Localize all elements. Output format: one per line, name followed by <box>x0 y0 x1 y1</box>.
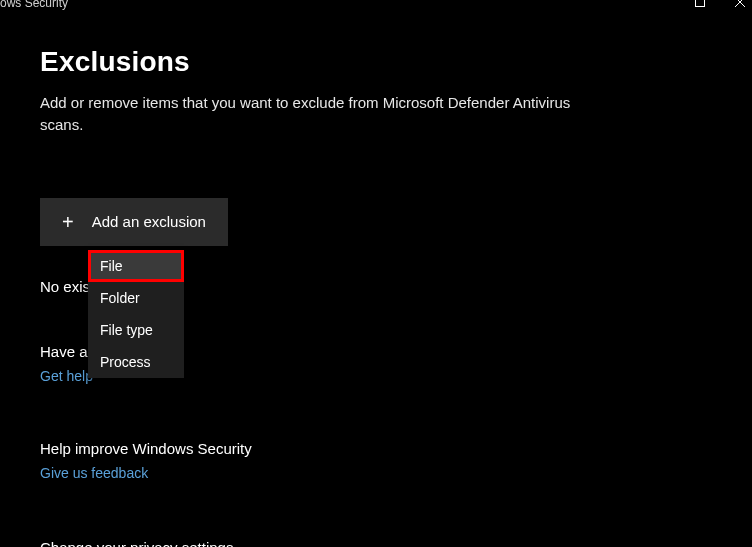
add-exclusion-label: Add an exclusion <box>92 213 206 230</box>
dropdown-item-folder[interactable]: Folder <box>88 282 184 314</box>
dropdown-item-filetype[interactable]: File type <box>88 314 184 346</box>
close-icon[interactable] <box>734 0 746 8</box>
exclusion-type-dropdown: File Folder File type Process <box>88 250 184 378</box>
plus-icon: + <box>62 212 74 232</box>
page-title: Exclusions <box>40 46 712 78</box>
dropdown-item-process[interactable]: Process <box>88 346 184 378</box>
window-controls <box>694 0 752 8</box>
window-title: ows Security <box>0 0 68 10</box>
improve-heading: Help improve Windows Security <box>40 440 712 457</box>
feedback-link[interactable]: Give us feedback <box>40 465 148 481</box>
maximize-icon[interactable] <box>694 0 706 8</box>
add-exclusion-button[interactable]: + Add an exclusion <box>40 198 228 246</box>
titlebar: ows Security <box>0 0 752 16</box>
get-help-link[interactable]: Get help <box>40 368 93 384</box>
page-subtitle: Add or remove items that you want to exc… <box>40 92 580 136</box>
svg-rect-0 <box>696 0 705 7</box>
dropdown-item-file[interactable]: File <box>88 250 184 282</box>
privacy-heading: Change your privacy settings <box>40 539 712 548</box>
